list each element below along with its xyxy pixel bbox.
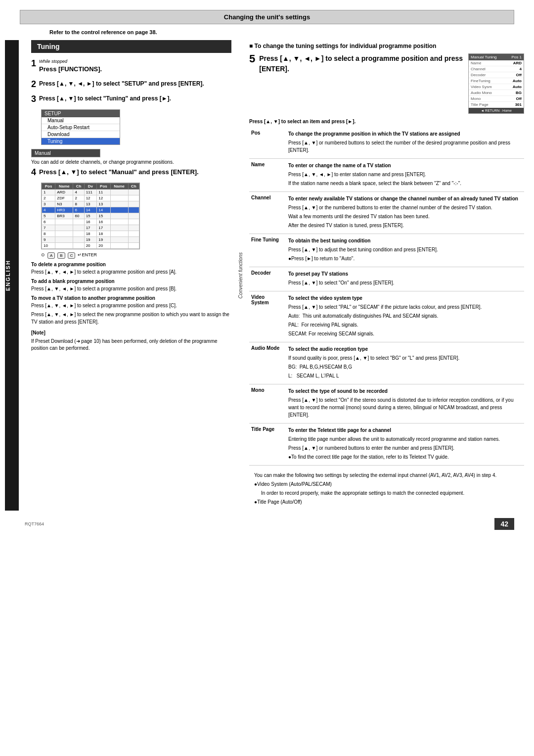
delete-title: To delete a programme position: [31, 262, 231, 267]
items-table: Pos To change the programme position in …: [249, 127, 524, 466]
footer-model: RQT7664: [25, 521, 44, 526]
item-label-videosystem: Video System: [249, 291, 286, 342]
mtp-row-titlepage: Title Page301: [469, 102, 524, 108]
table-row: 81818: [42, 231, 139, 237]
press-instruction: Press [▲, ▼] to select an item and press…: [249, 119, 524, 124]
col-header-name: Name: [55, 184, 73, 189]
section-header: Changing the unit's settings: [20, 10, 514, 24]
move-body2: Press [▲, ▼, ◄, ►] to select the new pro…: [31, 311, 231, 326]
left-column: Tuning 1 While stopped Press [FUNCTIONS]…: [24, 40, 236, 511]
refer-line: Refer to the control reference on page 3…: [49, 29, 514, 35]
right-column: ■ To change the tuning settings for indi…: [244, 40, 534, 511]
item-desc-audiomode: To select the audio reception type If so…: [286, 342, 524, 384]
table-row: 2ZDF21212: [42, 195, 139, 201]
step-5-block: 5 Press [▲, ▼, ◄, ►] to select a program…: [249, 53, 524, 114]
item-label-channel: Channel: [249, 192, 286, 234]
setup-menu-item-autosetup[interactable]: Auto-Setup Restart: [42, 124, 120, 131]
delete-section: To delete a programme position Press [▲,…: [31, 262, 231, 276]
manual-box-header: Manual: [32, 149, 100, 157]
bottom-notes: You can make the following two settings …: [254, 472, 514, 506]
icon-enter: ↵ENTER: [78, 252, 97, 259]
note-text: If Preset Download (➜ page 10) has been …: [31, 338, 231, 352]
item-row-mono: Mono To select the type of sound to be r…: [249, 384, 524, 424]
item-label-decoder: Decoder: [249, 267, 286, 291]
table-row: 61616: [42, 219, 139, 225]
mtp-row-decoder: DecoderOff: [469, 72, 524, 78]
mtp-row-name: NameARD: [469, 60, 524, 66]
add-section: To add a blank programme position Press …: [31, 279, 231, 292]
col-header-name2: Name: [110, 184, 128, 189]
item-desc-finetuning: To obtain the best tuning condition Pres…: [286, 234, 524, 267]
step-1-number: 1: [31, 59, 36, 68]
item-row-videosystem: Video System To select the video system …: [249, 291, 524, 342]
item-label-titlepage: Title Page: [249, 424, 286, 466]
button-b[interactable]: B: [57, 252, 65, 259]
manual-tuning-table: Pos Name Ch Dv Pos Name Ch 1ARD411111: [41, 183, 140, 249]
item-desc-decoder: To preset pay TV stations Press [▲, ▼] t…: [286, 267, 524, 291]
bottom-bullet1: ●Video System (Auto/PAL/SECAM): [254, 480, 514, 488]
footer-bar: RQT7664 42: [25, 518, 514, 530]
mtp-return: ◄ RETURN : Home: [469, 108, 524, 113]
setup-menu-item-manual[interactable]: Manual: [42, 117, 120, 124]
bottom-bullet2: ●Title Page (Auto/Off): [254, 498, 514, 506]
setup-menu-box: SETUP Manual Auto-Setup Restart Download…: [41, 109, 120, 145]
step-5-text: Press [▲, ▼, ◄, ►] to select a programme…: [259, 54, 463, 73]
step-2-block: 2 Press [▲, ▼, ◄, ►] to select "SETUP" a…: [31, 80, 231, 89]
step-4-text: Press [▲, ▼] to select "Manual" and pres…: [39, 168, 199, 176]
setup-menu-item-download[interactable]: Download: [42, 131, 120, 138]
item-row-channel: Channel To enter newly available TV stat…: [249, 192, 524, 234]
bottom-bullet1-detail: In order to record properly, make the ap…: [254, 489, 514, 497]
main-content: ENGLISH Tuning 1 While stopped Press [FU…: [0, 40, 534, 511]
page-container: Changing the unit's settings Refer to th…: [0, 10, 534, 756]
item-row-titlepage: Title Page To enter the Teletext title p…: [249, 424, 524, 466]
step-3-text: Press [▲, ▼] to select "Tuning" and pres…: [39, 95, 171, 102]
move-section: To move a TV station to another programm…: [31, 295, 231, 326]
convenient-label: Convenient functions: [238, 250, 243, 301]
item-desc-mono: To select the type of sound to be record…: [286, 384, 524, 424]
item-desc-name: To enter or change the name of a TV stat…: [286, 159, 524, 192]
note-box: [Note] If Preset Download (➜ page 10) ha…: [31, 330, 231, 352]
left-wrapper: ENGLISH Tuning 1 While stopped Press [FU…: [0, 40, 244, 511]
item-label-audiomode: Audio Mode: [249, 342, 286, 384]
step-2-text: Press [▲, ▼, ◄, ►] to select "SETUP" and…: [39, 80, 204, 87]
bottom-intro: You can make the following two settings …: [254, 472, 514, 479]
add-body: Press [▲, ▼, ◄, ►] to select a programme…: [31, 285, 231, 292]
manual-description: You can add or delete channels, or chang…: [31, 159, 231, 165]
item-label-mono: Mono: [249, 384, 286, 424]
step-3-block: 3 Press [▲, ▼] to select "Tuning" and pr…: [31, 94, 231, 103]
item-desc-pos: To change the programme position in whic…: [286, 127, 524, 159]
col-header-pos: Pos: [42, 184, 55, 189]
note-label: [Note]: [31, 330, 45, 335]
item-row-decoder: Decoder To preset pay TV stations Press …: [249, 267, 524, 291]
tuning-title: Tuning: [31, 40, 231, 53]
mtp-row-mono: MonoOff: [469, 96, 524, 102]
item-row-finetuning: Fine Tuning To obtain the best tuning co…: [249, 234, 524, 267]
col-header-pos2: Pos: [97, 184, 110, 189]
item-row-name: Name To enter or change the name of a TV…: [249, 159, 524, 192]
move-title: To move a TV station to another programm…: [31, 295, 231, 301]
button-c[interactable]: C: [68, 252, 76, 259]
item-label-pos: Pos: [249, 127, 286, 159]
right-header: ■ To change the tuning settings for indi…: [249, 43, 524, 49]
col-header-dv: Dv: [84, 184, 97, 189]
col-header-ch: Ch: [73, 184, 84, 189]
button-a[interactable]: A: [47, 252, 55, 259]
mtp-row-channel: Channel4: [469, 66, 524, 72]
col-header-ch2: Ch: [128, 184, 139, 189]
mtp-row-finetuning: FineTuningAuto: [469, 78, 524, 84]
mtp-header: Manual Tuning Pos 1: [469, 54, 524, 60]
action-buttons-row: ⊙ A B C ↵ENTER: [41, 252, 231, 259]
icon-indicator: ⊙: [41, 252, 45, 259]
step-1-sublabel: While stopped: [31, 59, 231, 64]
setup-menu-item-tuning[interactable]: Tuning: [42, 138, 120, 144]
item-label-name: Name: [249, 159, 286, 192]
add-title: To add a blank programme position: [31, 279, 231, 284]
item-desc-titlepage: To enter the Teletext title page for a c…: [286, 424, 524, 466]
step-1-text: Press [FUNCTIONS].: [39, 65, 102, 73]
table-row: 91919: [42, 237, 139, 243]
step-5-number: 5: [249, 53, 255, 64]
item-row-audiomode: Audio Mode To select the audio reception…: [249, 342, 524, 384]
step-4-block: 4 Press [▲, ▼] to select "Manual" and pr…: [31, 168, 231, 177]
manual-box: Manual: [31, 149, 100, 157]
move-body1: Press [▲, ▼, ◄, ►] to select a programme…: [31, 302, 231, 309]
